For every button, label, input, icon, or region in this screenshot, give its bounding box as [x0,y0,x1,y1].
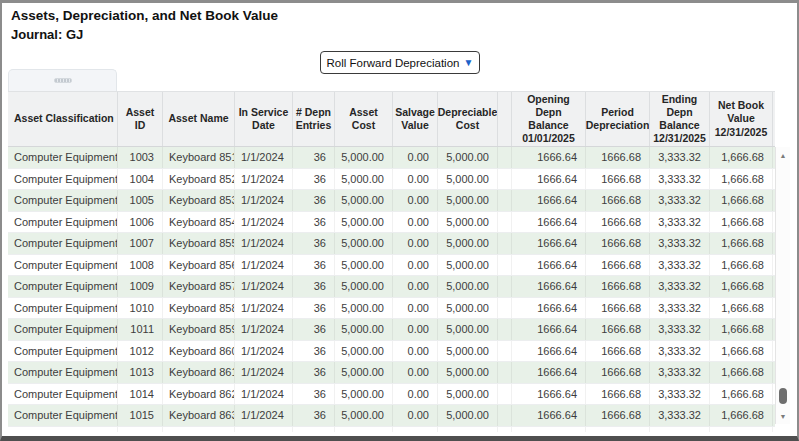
table-row[interactable]: Computer Equipment1007Keyboard 8551/1/20… [8,233,775,255]
table-cell: 5,000.00 [335,341,393,362]
table-cell [498,276,512,297]
column-header[interactable]: In Service Date [235,92,293,146]
table-cell: Keyboard 862 [163,384,235,405]
table-cell: 5,000.00 [438,384,498,405]
table-cell: Computer Equipment [8,233,118,254]
column-header[interactable]: Net Book Value 12/31/2025 [710,92,773,146]
column-header[interactable]: Ending Depn Balance 12/31/2025 [650,92,710,146]
table-cell: 36 [293,362,335,383]
table-cell: 36 [293,233,335,254]
table-cell: 1012 [118,341,163,362]
scroll-down-icon[interactable]: ▼ [776,410,790,422]
table-row[interactable]: Computer Equipment1015Keyboard 8631/1/20… [8,405,775,427]
table-cell: 1/1/2024 [235,255,293,276]
table-row[interactable]: Computer Equipment1013Keyboard 8611/1/20… [8,362,775,384]
table-cell: 1,666.68 [710,362,773,383]
table-cell: 1/1/2024 [235,147,293,168]
table-row[interactable]: Computer Equipment1003Keyboard 8511/1/20… [8,147,775,169]
column-header[interactable] [498,92,512,146]
table-cell: 1666.64 [512,233,586,254]
table-cell: 1011 [118,319,163,340]
table-cell: 1666.68 [586,384,650,405]
column-header[interactable]: Period Depreciation [586,92,650,146]
table-cell: Computer Equipment [8,147,118,168]
table-cell: 5,000.00 [438,298,498,319]
scroll-up-icon[interactable]: ▲ [776,149,790,161]
table-cell: 3,333.32 [650,233,710,254]
table-cell: 1,666.68 [710,212,773,233]
journal-subtitle: Journal: GJ [11,27,83,42]
table-cell: 1/1/2024 [235,212,293,233]
table-cell: 3,333.32 [650,298,710,319]
column-header[interactable]: Salvage Value [393,92,438,146]
table-cell [498,384,512,405]
table-cell: Keyboard 861 [163,362,235,383]
table-cell [650,427,710,432]
table-cell: 1666.64 [512,362,586,383]
table-cell: 36 [293,276,335,297]
column-header[interactable]: Asset Classification [8,92,118,146]
table-row[interactable]: Computer Equipment1009Keyboard 8571/1/20… [8,276,775,298]
table-cell: 36 [293,341,335,362]
table-row[interactable]: Computer Equipment1005Keyboard 8531/1/20… [8,190,775,212]
table-cell: 1666.68 [586,212,650,233]
table-row[interactable]: Computer Equipment1011Keyboard 8591/1/20… [8,319,775,341]
table-row[interactable]: Computer Equipment1010Keyboard 8581/1/20… [8,298,775,320]
table-cell [498,319,512,340]
column-header[interactable]: Asset Cost [335,92,393,146]
table-cell: Keyboard 854 [163,212,235,233]
table-cell [498,427,512,432]
table-cell: 0.00 [393,169,438,190]
table-cell: 1/1/2024 [235,298,293,319]
table-cell: 0.00 [393,405,438,426]
table-cell: Keyboard 853 [163,190,235,211]
table-cell: 5,000.00 [335,362,393,383]
table-cell: Keyboard 857 [163,276,235,297]
table-cell: 1010 [118,298,163,319]
table-row[interactable]: Computer Equipment1008Keyboard 8561/1/20… [8,255,775,277]
table-cell: 1/1/2024 [235,405,293,426]
table-row[interactable]: Computer Equipment1004Keyboard 8521/1/20… [8,169,775,191]
column-header[interactable]: Depreciable Cost [438,92,498,146]
column-header[interactable]: Asset Name [163,92,235,146]
table-cell: 5,000.00 [335,169,393,190]
table-cell [498,233,512,254]
column-header[interactable]: Opening Depn Balance 01/01/2025 [512,92,586,146]
table-cell: Computer Equipment [8,169,118,190]
table-cell: 1/1/2024 [235,341,293,362]
table-row[interactable]: Computer Equipment1006Keyboard 8541/1/20… [8,212,775,234]
table-cell: 1666.64 [512,384,586,405]
table-cell [8,427,118,432]
table-cell: 5,000.00 [438,147,498,168]
table-cell: 1/1/2024 [235,169,293,190]
column-header[interactable]: # Depn Entries [293,92,335,146]
table-cell: Computer Equipment [8,341,118,362]
table-cell: Computer Equipment [8,190,118,211]
table-cell: 3,333.32 [650,276,710,297]
table-row[interactable]: Computer Equipment1012Keyboard 8601/1/20… [8,341,775,363]
table-cell: 5,000.00 [335,276,393,297]
table-cell: 36 [293,169,335,190]
depreciation-view-dropdown[interactable]: Roll Forward Depreciation ▼ [320,51,480,74]
table-cell: Keyboard 863 [163,405,235,426]
table-cell: 1666.68 [586,169,650,190]
table-row[interactable]: Computer Equipment1014Keyboard 8621/1/20… [8,384,775,406]
table-cell: 1666.68 [586,341,650,362]
table-cell [438,427,498,432]
column-header[interactable]: Asset ID [118,92,163,146]
table-cell: 5,000.00 [438,319,498,340]
table-cell: 0.00 [393,233,438,254]
table-cell: 1014 [118,384,163,405]
table-cell [498,255,512,276]
table-cell: 3,333.32 [650,341,710,362]
table-body: Computer Equipment1003Keyboard 8511/1/20… [8,147,775,432]
table-cell: 1666.68 [586,276,650,297]
table-grip-tab[interactable] [8,69,117,91]
table-cell: 1009 [118,276,163,297]
vertical-scrollbar[interactable]: ▲ ▼ [775,147,790,424]
table-cell: Computer Equipment [8,319,118,340]
assets-table: Asset ClassificationAsset IDAsset NameIn… [8,91,775,432]
table-cell: 1,666.68 [710,341,773,362]
scrollbar-thumb[interactable] [779,388,787,404]
table-cell: 0.00 [393,212,438,233]
